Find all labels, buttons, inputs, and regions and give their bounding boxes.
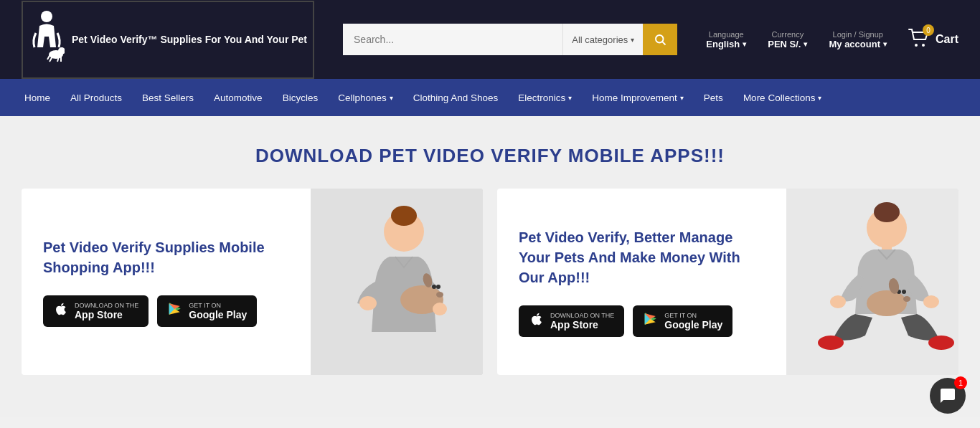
- svg-point-9: [915, 44, 918, 47]
- svg-line-3: [47, 54, 50, 60]
- cart-badge: 0: [923, 24, 934, 36]
- app-cards: Pet Video Verify Supplies Mobile Shoppin…: [22, 189, 958, 375]
- svg-point-35: [902, 290, 906, 294]
- svg-point-37: [830, 295, 846, 308]
- category-dropdown[interactable]: All categories ▾: [562, 24, 643, 55]
- app-card-1-content: Pet Video Verify Supplies Mobile Shoppin…: [22, 189, 311, 375]
- chevron-down-icon: ▾: [631, 36, 634, 44]
- app-card-1-title: Pet Video Verify Supplies Mobile Shoppin…: [43, 237, 289, 277]
- svg-point-18: [436, 292, 443, 298]
- chat-button[interactable]: 1: [930, 378, 966, 414]
- chat-badge: 1: [954, 376, 967, 389]
- nav-bar: Home All Products Best Sellers Automotiv…: [0, 79, 980, 116]
- chevron-down-icon: ▾: [804, 40, 807, 48]
- app-card-2: Pet Video Verify, Better Manage Your Pet…: [497, 189, 958, 375]
- nav-bicycles[interactable]: Bicycles: [273, 79, 329, 116]
- app-card-1: Pet Video Verify Supplies Mobile Shoppin…: [22, 189, 483, 375]
- search-button[interactable]: [643, 24, 677, 55]
- nav-cellphones[interactable]: Cellphones ▾: [328, 79, 403, 116]
- account-menu[interactable]: Login / Signup My account ▾: [829, 30, 887, 49]
- googleplay-button-1[interactable]: GET IT ON Google Play: [157, 295, 257, 327]
- nav-best-sellers[interactable]: Best Sellers: [132, 79, 204, 116]
- svg-point-0: [41, 11, 52, 22]
- chevron-down-icon: ▾: [818, 94, 821, 102]
- logo-text: Pet Video Verify™ Supplies For You And Y…: [72, 33, 307, 46]
- language-selector[interactable]: Language English ▾: [706, 30, 746, 49]
- chevron-down-icon: ▾: [743, 40, 746, 48]
- top-actions: Language English ▾ Currency PEN S/. ▾ Lo…: [706, 29, 958, 50]
- chevron-down-icon: ▾: [568, 94, 572, 102]
- nav-home-improvement[interactable]: Home Improvement ▾: [582, 79, 694, 116]
- nav-home[interactable]: Home: [14, 79, 60, 116]
- svg-point-38: [923, 295, 939, 308]
- svg-line-8: [663, 42, 666, 44]
- chevron-down-icon: ▾: [680, 94, 684, 102]
- svg-point-20: [436, 285, 440, 289]
- nav-automotive[interactable]: Automotive: [204, 79, 273, 116]
- svg-point-22: [359, 296, 377, 310]
- logo-icon: [29, 8, 65, 72]
- svg-point-23: [433, 303, 447, 315]
- appstore-button-1[interactable]: DOWNLOAD ON THE App Store: [43, 295, 149, 327]
- cart-button[interactable]: 0 Cart: [908, 29, 958, 50]
- svg-point-26: [874, 202, 900, 222]
- store-buttons-2: DOWNLOAD ON THE App Store: [519, 305, 765, 337]
- svg-point-7: [656, 35, 664, 43]
- svg-point-30: [928, 336, 954, 350]
- googleplay-button-2[interactable]: GET IT ON Google Play: [633, 305, 732, 337]
- chevron-down-icon: ▾: [390, 94, 393, 102]
- app-card-2-image: [786, 189, 958, 375]
- chevron-down-icon: ▾: [883, 40, 887, 48]
- main-content: DOWNLOAD PET VIDEO VERIFY MOBILE APPS!!!…: [0, 116, 980, 417]
- search-bar: All categories ▾: [343, 24, 677, 55]
- nav-clothing[interactable]: Clothing And Shoes: [403, 79, 509, 116]
- app-card-2-content: Pet Video Verify, Better Manage Your Pet…: [497, 189, 786, 375]
- svg-point-33: [903, 296, 910, 302]
- google-play-icon: [167, 301, 183, 321]
- svg-point-19: [432, 285, 436, 289]
- svg-point-14: [391, 206, 417, 226]
- nav-electronics[interactable]: Electronics ▾: [508, 79, 582, 116]
- app-card-1-image: [311, 189, 483, 375]
- nav-all-products[interactable]: All Products: [60, 79, 132, 116]
- store-buttons-1: DOWNLOAD ON THE App Store: [43, 295, 289, 327]
- google-play-icon: [643, 311, 659, 331]
- appstore-button-2[interactable]: DOWNLOAD ON THE App Store: [519, 305, 624, 337]
- apple-icon: [529, 311, 545, 331]
- search-input[interactable]: [343, 24, 562, 55]
- nav-pets[interactable]: Pets: [694, 79, 733, 116]
- apple-icon: [53, 301, 69, 321]
- svg-point-31: [867, 290, 907, 316]
- cart-icon: 0: [908, 29, 930, 50]
- app-card-2-title: Pet Video Verify, Better Manage Your Pet…: [519, 227, 765, 287]
- logo[interactable]: Pet Video Verify™ Supplies For You And Y…: [22, 1, 314, 79]
- svg-point-29: [818, 336, 844, 350]
- svg-point-10: [922, 44, 925, 47]
- nav-more-collections[interactable]: More Collections ▾: [733, 79, 832, 116]
- top-bar: Pet Video Verify™ Supplies For You And Y…: [0, 0, 980, 79]
- currency-selector[interactable]: Currency PEN S/. ▾: [768, 30, 807, 49]
- download-title: DOWNLOAD PET VIDEO VERIFY MOBILE APPS!!!: [22, 145, 958, 167]
